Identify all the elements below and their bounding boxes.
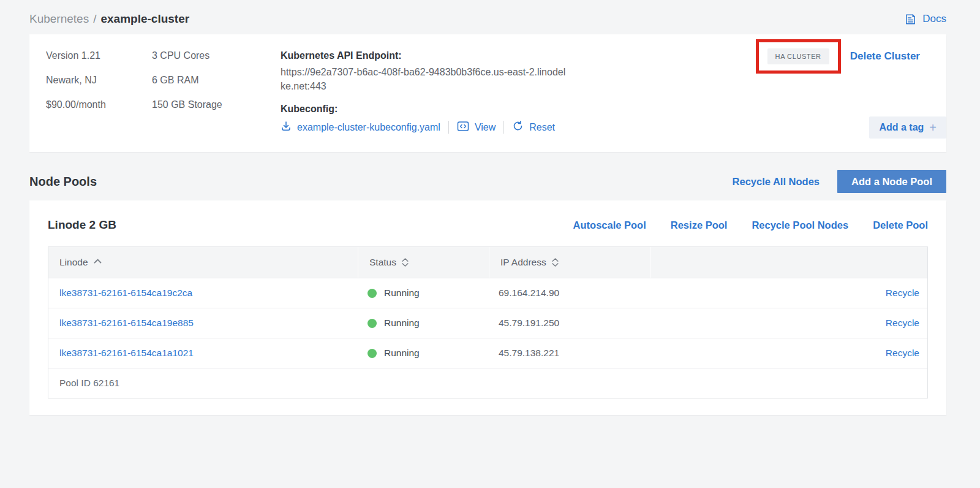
autoscale-pool-button[interactable]: Autoscale Pool [573,219,646,231]
divider [448,121,449,134]
ip-address: 45.79.191.250 [489,318,650,329]
reset-label: Reset [529,122,555,133]
column-header-actions [650,247,927,278]
table-footer-row: Pool ID 62161 [48,368,927,398]
status-running-icon [368,289,377,298]
breadcrumb-section[interactable]: Kubernetes [29,12,89,25]
status-running-icon [368,349,377,358]
api-endpoint-url: https://9e2a7307-b6ac-408f-ba62-9483b0b3… [281,65,568,93]
cluster-specs-column-1: Version 1.21 Newark, NJ $90.00/month [46,50,152,152]
pool-header: Linode 2 GB Autoscale Pool Resize Pool R… [48,216,928,234]
pool-name: Linode 2 GB [48,218,116,232]
summary-right-actions: HA CLUSTER Delete Cluster [756,39,920,74]
cluster-ram: 6 GB RAM [152,75,281,88]
node-pool-card: Linode 2 GB Autoscale Pool Resize Pool R… [29,200,946,415]
node-pools-header: Node Pools Recycle All Nodes Add a Node … [29,170,946,193]
recycle-pool-nodes-button[interactable]: Recycle Pool Nodes [752,219,848,231]
endpoint-column: Kubernetes API Endpoint: https://9e2a730… [281,50,568,152]
status-label: Running [384,348,420,359]
api-endpoint-label: Kubernetes API Endpoint: [281,50,568,61]
resize-pool-button[interactable]: Resize Pool [671,219,728,231]
cluster-version: Version 1.21 [46,50,152,64]
sort-icon [552,258,559,267]
sort-ascending-icon [94,255,102,266]
plus-icon: + [929,121,937,134]
column-label: Linode [59,257,88,268]
docs-label: Docs [922,13,946,25]
pool-id-label: Pool ID 62161 [48,378,119,389]
breadcrumb: Kubernetes/example-cluster [29,12,189,26]
column-header-linode[interactable]: Linode [48,247,358,278]
node-pools-title: Node Pools [29,175,97,189]
status-cell: Running [358,318,489,329]
cluster-price: $90.00/month [46,99,152,113]
node-link[interactable]: lke38731-62161-6154ca19c2ca [59,288,192,298]
kubeconfig-actions: example-cluster-kubeconfig.yaml View [281,120,568,134]
table-header-row: Linode Status IP Address [48,247,927,278]
recycle-node-button[interactable]: Recycle [886,348,919,359]
column-header-ip-address[interactable]: IP Address [489,247,650,278]
docs-link[interactable]: Docs [904,13,946,26]
kubeconfig-label: Kubeconfig: [281,104,568,115]
breadcrumb-current: example-cluster [100,12,189,25]
reset-icon [512,120,524,134]
add-node-pool-button[interactable]: Add a Node Pool [837,170,946,193]
node-link[interactable]: lke38731-62161-6154ca1a1021 [59,348,194,358]
status-label: Running [384,288,420,299]
kubeconfig-reset-link[interactable]: Reset [512,120,555,134]
ip-address: 45.79.138.221 [489,348,650,359]
add-tag-button[interactable]: Add a tag + [869,116,946,139]
code-view-icon [457,121,469,134]
download-icon [281,121,292,134]
cluster-storage: 150 GB Storage [152,99,281,113]
recycle-all-nodes-button[interactable]: Recycle All Nodes [733,176,820,188]
nodes-table: Linode Status IP Address [48,246,928,398]
status-cell: Running [358,348,489,359]
recycle-node-button[interactable]: Recycle [886,318,919,329]
status-running-icon [368,319,377,328]
kubeconfig-file-label: example-cluster-kubeconfig.yaml [297,122,440,133]
add-tag-label: Add a tag [879,122,924,133]
ip-address: 69.164.214.90 [489,288,650,299]
breadcrumb-separator: / [93,12,96,25]
table-row: lke38731-62161-6154ca19e885 Running 45.7… [48,308,927,338]
cluster-specs-column-2: 3 CPU Cores 6 GB RAM 150 GB Storage [152,50,281,152]
recycle-node-button[interactable]: Recycle [886,288,919,299]
cluster-summary-card: Version 1.21 Newark, NJ $90.00/month 3 C… [29,34,946,152]
pool-actions: Autoscale Pool Resize Pool Recycle Pool … [573,219,928,231]
column-label: IP Address [500,257,546,268]
docs-icon [904,13,917,26]
divider [503,121,504,134]
delete-pool-button[interactable]: Delete Pool [873,219,928,231]
delete-cluster-button[interactable]: Delete Cluster [850,50,920,63]
ha-cluster-badge: HA CLUSTER [767,48,829,64]
status-label: Running [384,318,420,329]
table-row: lke38731-62161-6154ca1a1021 Running 45.7… [48,338,927,368]
kubeconfig-view-link[interactable]: View [457,121,496,134]
column-header-status[interactable]: Status [358,247,489,278]
kubeconfig-download-link[interactable]: example-cluster-kubeconfig.yaml [281,121,440,134]
red-highlight-annotation: HA CLUSTER [756,39,841,74]
sort-icon [402,258,409,267]
top-bar: Kubernetes/example-cluster Docs [29,0,946,26]
status-cell: Running [358,288,489,299]
page: Kubernetes/example-cluster Docs Version … [0,0,980,488]
cluster-cpu: 3 CPU Cores [152,50,281,64]
view-label: View [475,122,496,133]
node-link[interactable]: lke38731-62161-6154ca19e885 [59,318,194,328]
cluster-region: Newark, NJ [46,75,152,88]
column-label: Status [369,257,396,268]
table-row: lke38731-62161-6154ca19c2ca Running 69.1… [48,278,927,308]
node-pools-actions: Recycle All Nodes Add a Node Pool [733,170,946,193]
